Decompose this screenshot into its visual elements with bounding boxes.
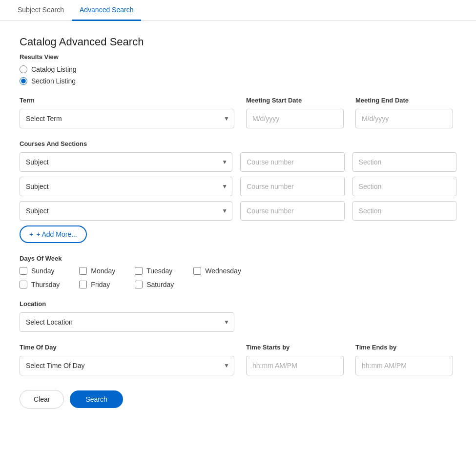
clear-button[interactable]: Clear: [20, 390, 64, 409]
time-ends-by-group: Time Ends by: [355, 344, 453, 375]
day-saturday-checkbox[interactable]: [135, 281, 143, 288]
tab-advanced-search[interactable]: Advanced Search: [72, 0, 142, 21]
day-thursday-label: Thursday: [31, 281, 60, 288]
day-sunday-checkbox[interactable]: [20, 267, 27, 275]
action-buttons: Clear Search: [20, 390, 456, 409]
day-sunday-label: Sunday: [31, 267, 54, 275]
course-number-input-1[interactable]: [240, 152, 344, 172]
radio-section-listing[interactable]: Section Listing: [20, 77, 456, 85]
day-friday[interactable]: Friday: [79, 281, 115, 288]
day-wednesday-checkbox[interactable]: [193, 267, 201, 275]
location-select-wrapper: Select Location ▼: [20, 312, 234, 332]
course-row-1: Subject ▼: [20, 152, 456, 172]
time-starts-by-input[interactable]: [246, 356, 344, 375]
location-select[interactable]: Select Location: [20, 312, 234, 332]
term-select[interactable]: Select Term: [20, 109, 234, 128]
page-title: Catalog Advanced Search: [20, 36, 456, 48]
add-more-icon: +: [29, 230, 33, 238]
radio-catalog-listing-label: Catalog Listing: [31, 65, 77, 73]
days-of-week-section: Days Of Week Sunday Monday Tuesday Wedne…: [20, 255, 456, 288]
course-number-input-3[interactable]: [240, 201, 344, 221]
day-tuesday-label: Tuesday: [146, 267, 172, 275]
meeting-start-date-label: Meeting Start Date: [246, 97, 344, 104]
subject-select-wrapper-3: Subject ▼: [20, 201, 232, 221]
results-view-label: Results View: [20, 53, 456, 61]
day-thursday-checkbox[interactable]: [20, 281, 27, 288]
course-row-2: Subject ▼: [20, 177, 456, 196]
term-select-wrapper: Select Term ▼: [20, 109, 234, 128]
subject-select-1[interactable]: Subject: [20, 152, 232, 172]
meeting-start-date-input[interactable]: [246, 109, 344, 128]
page-content: Catalog Advanced Search Results View Cat…: [0, 21, 476, 423]
term-group: Term Select Term ▼: [20, 97, 234, 128]
day-sunday[interactable]: Sunday: [20, 267, 60, 275]
tab-bar: Subject Search Advanced Search: [0, 0, 476, 21]
radio-section-listing-input[interactable]: [20, 77, 27, 85]
course-number-input-2[interactable]: [240, 177, 344, 196]
meeting-end-date-group: Meeting End Date: [355, 97, 453, 128]
courses-and-sections-label: Courses And Sections: [20, 140, 456, 147]
search-button[interactable]: Search: [70, 390, 123, 408]
time-of-day-group: Time Of Day Select Time Of Day ▼: [20, 344, 234, 375]
section-input-2[interactable]: [352, 177, 456, 196]
radio-catalog-listing-input[interactable]: [20, 65, 27, 73]
meeting-end-date-label: Meeting End Date: [355, 97, 453, 104]
subject-select-wrapper-1: Subject ▼: [20, 152, 232, 172]
time-of-day-select-wrapper: Select Time Of Day ▼: [20, 356, 234, 375]
subject-select-2[interactable]: Subject: [20, 177, 232, 196]
day-tuesday-checkbox[interactable]: [135, 267, 143, 275]
time-ends-by-input[interactable]: [355, 356, 453, 375]
day-saturday[interactable]: Saturday: [135, 281, 174, 288]
day-saturday-label: Saturday: [146, 281, 174, 288]
day-tuesday[interactable]: Tuesday: [135, 267, 174, 275]
section-input-1[interactable]: [352, 152, 456, 172]
term-dates-row: Term Select Term ▼ Meeting Start Date Me…: [20, 97, 456, 128]
add-more-label: + Add More...: [36, 230, 77, 238]
results-view-radio-group: Catalog Listing Section Listing: [20, 65, 456, 85]
time-starts-by-label: Time Starts by: [246, 344, 344, 351]
day-friday-checkbox[interactable]: [79, 281, 87, 288]
time-section: Time Of Day Select Time Of Day ▼ Time St…: [20, 344, 456, 375]
subject-select-wrapper-2: Subject ▼: [20, 177, 232, 196]
location-section: Location Select Location ▼: [20, 300, 456, 332]
day-monday-checkbox[interactable]: [79, 267, 87, 275]
meeting-end-date-input[interactable]: [355, 109, 453, 128]
meeting-start-date-group: Meeting Start Date: [246, 97, 344, 128]
time-ends-by-label: Time Ends by: [355, 344, 453, 351]
add-more-button[interactable]: + + Add More...: [20, 225, 87, 243]
term-label: Term: [20, 97, 234, 104]
course-row-3: Subject ▼: [20, 201, 456, 221]
radio-catalog-listing[interactable]: Catalog Listing: [20, 65, 456, 73]
day-monday-label: Monday: [91, 267, 115, 275]
location-label: Location: [20, 300, 456, 307]
day-thursday[interactable]: Thursday: [20, 281, 60, 288]
days-of-week-label: Days Of Week: [20, 255, 456, 262]
time-of-day-select[interactable]: Select Time Of Day: [20, 356, 234, 375]
subject-select-3[interactable]: Subject: [20, 201, 232, 221]
day-monday[interactable]: Monday: [79, 267, 115, 275]
day-wednesday-label: Wednesday: [205, 267, 241, 275]
time-of-day-label: Time Of Day: [20, 344, 234, 351]
section-input-3[interactable]: [352, 201, 456, 221]
day-wednesday[interactable]: Wednesday: [193, 267, 241, 275]
radio-section-listing-label: Section Listing: [31, 77, 76, 85]
courses-and-sections-section: Courses And Sections Subject ▼ Subject ▼: [20, 140, 456, 221]
time-row: Time Of Day Select Time Of Day ▼ Time St…: [20, 344, 456, 375]
tab-subject-search[interactable]: Subject Search: [10, 0, 72, 21]
day-friday-label: Friday: [91, 281, 110, 288]
days-grid: Sunday Monday Tuesday Wednesday Thursday…: [20, 267, 241, 288]
time-starts-by-group: Time Starts by: [246, 344, 344, 375]
